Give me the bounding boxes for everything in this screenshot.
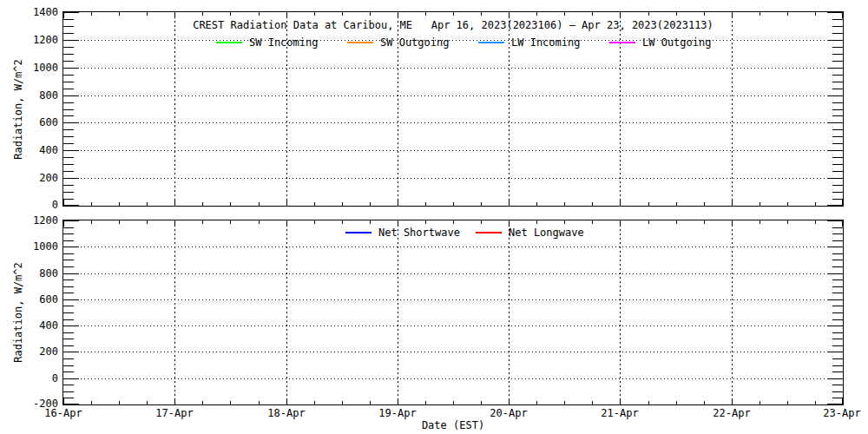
gridline-vertical — [398, 220, 398, 404]
axis-tick — [842, 398, 843, 404]
axis-tick — [63, 102, 74, 103]
axis-tick — [342, 12, 343, 16]
axis-tick — [760, 12, 760, 16]
gridline-horizontal — [63, 378, 843, 379]
axis-tick — [314, 220, 315, 224]
gridline-vertical — [732, 220, 733, 404]
axis-tick — [91, 202, 92, 206]
axis-tick — [760, 220, 760, 224]
axis-tick — [370, 220, 371, 224]
axis-tick — [63, 319, 74, 320]
axis-tick — [63, 157, 74, 158]
y-tick-label: 200 — [18, 172, 58, 184]
axis-tick — [63, 365, 74, 366]
axis-tick — [832, 339, 843, 339]
legend-line-swatch — [476, 232, 502, 233]
axis-tick — [827, 220, 843, 221]
gridline-horizontal — [63, 178, 843, 179]
axis-tick — [370, 401, 371, 404]
axis-tick — [648, 401, 649, 404]
axis-tick — [832, 115, 843, 116]
axis-tick — [832, 61, 843, 62]
axis-tick — [230, 401, 231, 404]
y-tick-label: 1200 — [18, 34, 58, 46]
gridline-vertical — [509, 220, 510, 404]
gridline-horizontal — [63, 247, 843, 247]
x-tick-label: 20-Apr — [481, 407, 536, 419]
axis-tick — [63, 109, 74, 110]
x-tick-label: 16-Apr — [36, 407, 91, 419]
axis-tick — [842, 220, 843, 227]
y-tick-label: 0 — [18, 372, 58, 385]
axis-tick — [787, 202, 788, 206]
axis-tick — [832, 157, 843, 158]
axis-tick — [63, 306, 74, 306]
axis-tick — [230, 220, 231, 224]
axis-tick — [259, 220, 260, 224]
axis-tick — [592, 12, 593, 16]
axis-tick — [370, 12, 371, 16]
y-tick-label: 0 — [18, 199, 58, 211]
axis-tick — [832, 293, 843, 293]
axis-tick — [481, 401, 482, 404]
axis-tick — [314, 202, 315, 206]
axis-tick — [760, 401, 760, 404]
axis-tick — [63, 115, 74, 116]
axis-tick — [342, 202, 343, 206]
axis-tick — [425, 401, 426, 404]
legend-item: Net Longwave — [476, 227, 584, 239]
axis-tick — [832, 345, 843, 346]
axis-tick — [832, 260, 843, 260]
x-tick-label: 21-Apr — [592, 407, 648, 419]
axis-tick — [832, 19, 843, 20]
legend-label: Net Longwave — [509, 227, 584, 239]
axis-tick — [119, 220, 120, 224]
axis-tick — [63, 398, 74, 398]
axis-tick — [832, 233, 843, 234]
axis-tick — [536, 220, 537, 224]
axis-tick — [564, 220, 565, 224]
axis-tick — [147, 202, 148, 206]
axis-tick — [63, 279, 74, 280]
axis-tick — [704, 401, 705, 404]
radiation-panel-top: CREST Radiation Data at Caribou, ME Apr … — [62, 11, 844, 207]
axis-tick — [832, 391, 843, 392]
axis-tick — [815, 12, 816, 16]
y-axis-label-bottom-panel: Radiation, W/m^2 — [12, 262, 24, 363]
axis-tick — [119, 401, 120, 404]
axis-tick — [63, 185, 74, 186]
radiation-chart-figure: CREST Radiation Data at Caribou, ME Apr … — [0, 0, 868, 434]
axis-tick — [832, 185, 843, 186]
axis-tick — [63, 129, 74, 130]
axis-tick — [63, 136, 74, 137]
axis-tick — [119, 12, 120, 16]
legend-line-swatch — [347, 42, 373, 43]
axis-tick — [63, 143, 74, 144]
axis-tick — [704, 202, 705, 206]
legend-line-swatch — [609, 42, 635, 43]
legend-line-swatch — [478, 42, 504, 43]
axis-tick — [63, 398, 64, 404]
axis-tick — [832, 102, 843, 103]
axis-tick — [63, 312, 74, 313]
axis-tick — [63, 12, 64, 18]
gridline-horizontal — [63, 40, 843, 41]
axis-tick — [832, 129, 843, 130]
axis-tick — [425, 220, 426, 224]
axis-tick — [63, 192, 74, 193]
axis-tick — [832, 266, 843, 267]
axis-tick — [832, 136, 843, 137]
axis-tick — [259, 202, 260, 206]
legend-label: Net Shortwave — [378, 227, 460, 239]
axis-tick — [827, 404, 843, 404]
x-tick-label: 19-Apr — [370, 407, 425, 419]
axis-tick — [63, 171, 74, 172]
legend-line-swatch — [345, 232, 372, 233]
axis-tick — [91, 12, 92, 16]
axis-tick — [832, 82, 843, 82]
axis-tick — [676, 12, 677, 16]
axis-tick — [63, 89, 74, 89]
axis-tick — [63, 47, 74, 48]
axis-tick — [453, 401, 454, 404]
axis-tick — [704, 12, 705, 16]
